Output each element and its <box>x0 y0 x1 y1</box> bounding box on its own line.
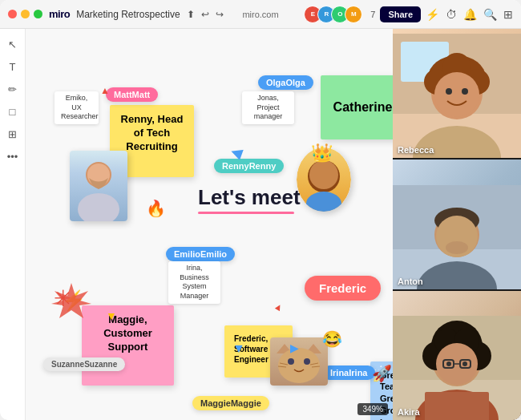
share-button[interactable]: Share <box>380 6 421 22</box>
svg-rect-37 <box>425 392 489 420</box>
export-icon[interactable]: ⬆ <box>187 9 195 20</box>
video-cell-anton: Anton <box>393 160 521 290</box>
svg-point-49 <box>462 361 467 366</box>
nametag-irina: Irina,Business SystemManager <box>168 261 220 304</box>
avatar: M <box>345 6 362 23</box>
arrow-down: ▼ <box>232 341 245 356</box>
sticky-tool[interactable]: ⊞ <box>4 125 22 143</box>
main-heading: Let's meet <box>198 185 301 210</box>
video-name-anton: Anton <box>398 277 423 286</box>
maximize-button[interactable] <box>34 10 42 18</box>
crown-emoji: 👑 <box>311 143 333 164</box>
search-icon[interactable]: 🔍 <box>483 8 497 21</box>
akira-video <box>393 316 521 420</box>
avatar-count: 7 <box>370 10 375 19</box>
person-silhouette <box>70 157 127 221</box>
rocket-emoji: 🚀 <box>372 364 392 383</box>
video-cell-rebecca: Rebecca <box>393 29 521 160</box>
cat-silhouette <box>270 337 328 386</box>
sticky-maggie[interactable]: Maggie, Customer Support <box>82 305 174 386</box>
svg-point-4 <box>306 192 341 212</box>
nametag-emiko: Emiko,UXResearcher <box>55 91 99 124</box>
more-tools[interactable]: ••• <box>4 147 22 165</box>
burst-shape <box>51 281 91 321</box>
laugh-emoji: 😂 <box>322 329 342 349</box>
toolbar-icons: ⚡ ⏱ 🔔 🔍 ⊞ <box>426 8 513 21</box>
label-matt[interactable]: MattMatt <box>106 87 158 102</box>
arrow-blue-2: ▶ <box>290 341 299 354</box>
svg-point-33 <box>446 241 468 254</box>
notification-icon[interactable]: 🔔 <box>463 8 477 21</box>
svg-point-10 <box>304 358 310 365</box>
sticky-catherine[interactable]: Catherine <box>321 75 393 139</box>
photo-emiko <box>70 151 127 221</box>
arrow-red-1: ▲ <box>100 85 110 96</box>
traffic-lights <box>8 10 42 18</box>
underline-decoration <box>198 212 294 214</box>
pen-tool[interactable]: ✏ <box>4 80 22 98</box>
svg-point-48 <box>446 361 451 366</box>
cursor-tool[interactable]: ↖ <box>4 35 22 53</box>
grid-icon[interactable]: ⊞ <box>503 8 513 21</box>
video-name-rebecca: Rebecca <box>398 145 434 155</box>
video-panel: Rebecca <box>393 29 521 420</box>
shape-tool[interactable]: □ <box>4 103 22 120</box>
video-name-akira: Akira <box>398 407 420 417</box>
titlebar-right: E R O M 7 Share ⚡ ⏱ 🔔 🔍 ⊞ <box>308 6 513 23</box>
minimize-button[interactable] <box>21 10 30 18</box>
canvas-wrapper: ↖ T ✏ □ ⊞ ••• Let's meet Renny, Head of … <box>0 29 521 420</box>
text-tool[interactable]: T <box>4 58 22 75</box>
undo-button[interactable]: ↩ <box>201 9 209 20</box>
help-icon[interactable]: ⚡ <box>426 8 439 21</box>
photo-cat <box>270 337 328 386</box>
arrow-yellow: ▼ <box>106 309 117 322</box>
svg-point-24 <box>434 72 479 117</box>
tab-title: Marketing Retrospective <box>76 9 180 20</box>
redo-button[interactable]: ↪ <box>216 9 224 20</box>
rebecca-video <box>393 34 521 158</box>
avatar-group: E R O M <box>308 6 362 23</box>
label-maggie[interactable]: MaggieMaggie <box>192 396 269 410</box>
zoom-indicator: 349% <box>357 403 388 415</box>
left-toolbar: ↖ T ✏ □ ⊞ ••• <box>0 29 26 420</box>
close-button[interactable] <box>8 10 17 18</box>
main-canvas[interactable]: Let's meet Renny, Head of Tech Recruitin… <box>26 29 393 420</box>
fire-emoji: 🔥 <box>146 199 166 218</box>
svg-point-26 <box>462 88 468 95</box>
svg-point-8 <box>278 348 320 383</box>
anton-video <box>393 185 521 289</box>
label-olga[interactable]: OlgaOlga <box>258 75 313 90</box>
titlebar: miro Marketing Retrospective ⬆ ↩ ↪ miro.… <box>0 0 521 29</box>
video-cell-akira: Akira <box>393 291 521 420</box>
svg-point-5 <box>309 160 338 189</box>
timer-icon[interactable]: ⏱ <box>446 8 457 21</box>
svg-point-25 <box>446 88 452 95</box>
label-emilio[interactable]: EmilioEmilio <box>166 247 235 261</box>
label-irina[interactable]: IrinaIrina <box>322 365 375 380</box>
svg-point-9 <box>288 358 294 365</box>
miro-logo: miro <box>49 8 70 20</box>
app-window: miro Marketing Retrospective ⬆ ↩ ↪ miro.… <box>0 0 521 420</box>
label-suzanne[interactable]: SuzanneSuzanne <box>43 357 125 371</box>
label-renny[interactable]: RennyRenny <box>214 159 284 173</box>
arrow-red-2: ▲ <box>272 300 285 314</box>
nametag-jonas: Jonas,Project manager <box>242 91 294 124</box>
svg-point-1 <box>78 193 119 221</box>
frederic-main-label[interactable]: Frederic <box>305 276 381 301</box>
url-bar: miro.com <box>242 10 278 19</box>
